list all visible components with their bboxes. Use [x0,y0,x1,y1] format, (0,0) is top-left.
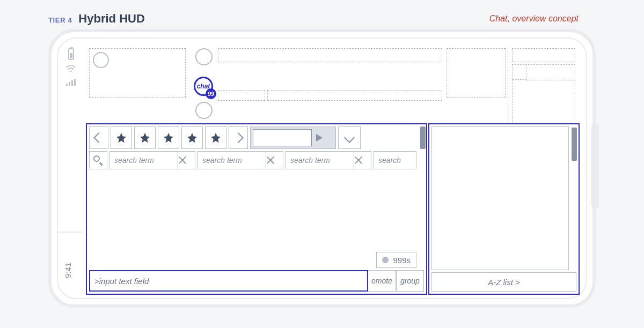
prev-button[interactable] [89,126,108,149]
submit-button[interactable] [314,129,325,146]
favorites-toolbar [89,126,416,149]
svg-rect-4 [74,79,76,86]
favorite-slot[interactable] [111,126,132,149]
dropdown-toggle[interactable] [338,126,361,149]
toolbar-input[interactable] [253,129,312,146]
favorite-slot[interactable] [181,126,203,149]
chat-badge: 99 [206,88,216,99]
search-chip[interactable]: search term [197,151,283,169]
page-title: Hybrid HUD [78,12,144,26]
svg-rect-2 [69,82,70,86]
chevron-left-icon [93,132,104,143]
svg-rect-1 [66,84,68,86]
emote-button[interactable]: emote [368,270,396,292]
close-icon [178,156,195,165]
scrollbar-thumb[interactable] [572,128,577,161]
search-chip-label: search term [110,156,178,165]
scrollbar-thumb[interactable] [420,126,426,149]
search-icon [93,155,103,165]
chevron-right-icon [233,132,244,143]
placeholder-box [89,48,186,98]
placeholder-divider [508,49,508,126]
placeholder-circle [195,48,213,65]
close-icon [354,156,371,165]
placeholder-box [218,48,442,62]
speaker-slot [591,123,599,209]
remove-chip-button[interactable] [266,152,283,169]
favorite-slot[interactable] [158,126,179,149]
toolbar-input-wrap [250,126,336,149]
search-filter-row: search term search term search term sear… [89,151,416,169]
remove-chip-button[interactable] [354,152,371,169]
search-chip-overflow[interactable]: search [374,151,416,169]
concept-label: Chat, overview concept [489,14,579,24]
placeholder-box [512,48,575,62]
search-chip-label: search term [198,156,266,165]
az-list-button[interactable]: A-Z list > [431,272,576,292]
wifi-icon [66,65,76,73]
search-chip[interactable]: search term [286,151,371,169]
device-frame: 9:41 chat 99 [48,29,596,308]
favorite-slot[interactable] [205,126,226,149]
chat-input-bar: >input text field emote group [89,270,424,292]
status-dot-icon [382,257,389,263]
placeholder-box [447,48,506,98]
search-button[interactable] [89,151,107,169]
signal-icon [66,78,76,86]
svg-point-0 [70,70,71,72]
placeholder-circle [195,102,213,119]
chat-panel: search term search term search term sear… [87,124,426,294]
favorite-slot[interactable] [134,126,156,149]
cooldown-timer: 999s [376,252,416,268]
group-button[interactable]: group [396,270,424,292]
search-chip-label: search term [286,156,354,165]
placeholder-box [218,90,265,101]
svg-rect-3 [71,80,73,86]
battery-icon [68,48,74,60]
timer-value: 999s [393,256,411,265]
contacts-panel: A-Z list > [429,124,579,294]
tier-label: TIER 4 [48,16,72,24]
remove-chip-button[interactable] [178,152,195,169]
next-button[interactable] [229,126,248,149]
status-time: 9:41 [63,263,72,278]
placeholder-box [512,64,575,126]
chevron-down-icon [344,132,355,143]
close-icon [266,156,283,165]
play-icon [316,134,323,141]
contacts-list-area [431,126,569,270]
search-chip[interactable]: search term [109,151,195,169]
placeholder-box [267,90,442,101]
chat-icon[interactable]: chat 99 [194,77,215,98]
chat-input[interactable]: >input text field [89,270,368,292]
search-chip-label: search [374,156,416,165]
